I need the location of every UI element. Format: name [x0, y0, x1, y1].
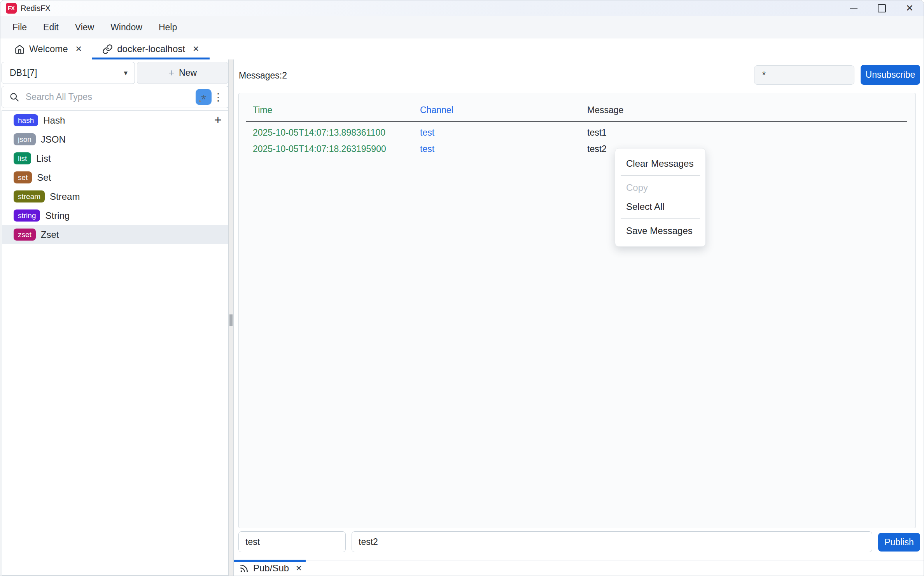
search-box: * ⋮ — [2, 86, 229, 108]
tab-pubsub-close-icon[interactable]: ✕ — [296, 564, 302, 573]
home-icon — [14, 44, 25, 54]
link-icon — [102, 44, 113, 54]
tab-welcome-close-icon[interactable]: ✕ — [75, 44, 82, 54]
app-window: FX RedisFX ✕ File Edit View Window Help … — [0, 0, 924, 576]
menu-divider — [621, 175, 700, 176]
connection-tab-bar: Welcome ✕ docker-localhost ✕ — [0, 38, 924, 60]
rss-icon — [239, 564, 249, 573]
type-label: Stream — [50, 191, 80, 202]
type-label: List — [36, 153, 51, 164]
key-type-list: + hash Hash json JSON list List set Set … — [2, 110, 229, 576]
database-selector-value: DB1[7] — [10, 68, 124, 78]
tab-docker-localhost[interactable]: docker-localhost ✕ — [92, 38, 209, 59]
menu-bar: File Edit View Window Help — [0, 16, 924, 39]
tab-welcome[interactable]: Welcome ✕ — [4, 38, 92, 59]
menu-file[interactable]: File — [4, 22, 35, 33]
cell-channel: test — [420, 124, 434, 141]
type-label: Zset — [41, 229, 59, 240]
type-row-stream[interactable]: stream Stream — [2, 187, 229, 206]
type-row-zset[interactable]: zset Zset — [2, 225, 229, 244]
menu-window[interactable]: Window — [102, 22, 150, 33]
active-bottom-tab-indicator — [234, 560, 306, 562]
menu-divider — [621, 218, 700, 219]
stream-badge: stream — [14, 190, 45, 202]
window-controls: ✕ — [845, 0, 918, 16]
sidebar-splitter[interactable] — [228, 59, 234, 576]
close-button[interactable]: ✕ — [901, 1, 918, 15]
plus-icon: + — [168, 67, 174, 79]
menu-item-clear-messages[interactable]: Clear Messages — [615, 154, 705, 173]
context-menu: Clear Messages Copy Select All Save Mess… — [615, 148, 706, 247]
publish-button[interactable]: Publish — [878, 533, 920, 552]
minimize-icon — [850, 8, 858, 9]
publish-message-input[interactable] — [352, 531, 872, 552]
type-label: JSON — [41, 134, 66, 145]
chevron-down-icon: ▾ — [124, 68, 128, 77]
cell-time: 2025-10-05T14:07:18.263195900 — [253, 141, 386, 157]
search-options-button[interactable]: ⋮ — [212, 89, 225, 106]
title-bar: FX RedisFX ✕ — [0, 0, 924, 16]
messages-count-label: Messages:2 — [239, 70, 287, 81]
menu-help[interactable]: Help — [150, 22, 185, 33]
messages-table: Time Channel Message 2025-10-05T14:07:13… — [238, 93, 916, 528]
subscribe-pattern-input[interactable] — [754, 65, 854, 85]
type-row-list[interactable]: list List — [2, 149, 229, 168]
type-label: Hash — [43, 115, 65, 126]
tab-docker-localhost-close-icon[interactable]: ✕ — [192, 44, 200, 54]
json-badge: json — [14, 133, 36, 145]
tab-docker-localhost-label: docker-localhost — [117, 44, 185, 54]
bottom-tab-bar: Pub/Sub ✕ — [234, 560, 924, 576]
publish-channel-input[interactable] — [238, 531, 346, 552]
type-row-set[interactable]: set Set — [2, 168, 229, 187]
wildcard-toggle-button[interactable]: * — [196, 89, 212, 105]
tab-pubsub-label: Pub/Sub — [253, 563, 289, 574]
column-header-channel[interactable]: Channel — [420, 105, 453, 115]
menu-item-save-messages[interactable]: Save Messages — [615, 221, 705, 240]
cell-channel: test — [420, 141, 434, 157]
unsubscribe-button[interactable]: Unsubscribe — [861, 65, 920, 85]
app-logo-icon: FX — [6, 3, 17, 14]
add-key-icon[interactable]: + — [214, 112, 222, 128]
new-key-button-label: New — [179, 68, 197, 78]
type-label: String — [45, 210, 70, 221]
column-header-time[interactable]: Time — [253, 105, 272, 115]
menu-edit[interactable]: Edit — [35, 22, 67, 33]
search-icon — [9, 92, 19, 102]
new-key-button[interactable]: + New — [137, 62, 228, 84]
type-row-json[interactable]: json JSON — [2, 130, 229, 149]
close-icon: ✕ — [906, 3, 914, 13]
menu-item-copy: Copy — [615, 178, 705, 197]
table-header-separator — [246, 121, 907, 122]
cell-message: test1 — [587, 124, 607, 141]
maximize-button[interactable] — [873, 1, 890, 15]
type-row-string[interactable]: string String — [2, 206, 229, 225]
menu-item-select-all[interactable]: Select All — [615, 197, 705, 216]
string-badge: string — [14, 209, 40, 222]
splitter-grabber[interactable] — [229, 314, 233, 326]
cell-message: test2 — [587, 141, 607, 157]
zset-badge: zset — [14, 229, 36, 241]
sidebar: DB1[7] ▾ + New * ⋮ + hash Hash json JSON — [0, 59, 228, 576]
search-input[interactable] — [25, 91, 196, 103]
pubsub-panel: Messages:2 Unsubscribe Time Channel Mess… — [234, 59, 924, 576]
set-badge: set — [14, 171, 32, 183]
database-selector[interactable]: DB1[7] ▾ — [2, 62, 135, 84]
wildcard-icon: * — [201, 92, 206, 107]
type-row-hash[interactable]: hash Hash — [2, 111, 229, 130]
tab-pubsub[interactable]: Pub/Sub ✕ — [239, 563, 302, 574]
cell-time: 2025-10-05T14:07:13.898361100 — [253, 124, 385, 141]
menu-view[interactable]: View — [67, 22, 102, 33]
window-title: RedisFX — [21, 4, 51, 13]
tab-welcome-label: Welcome — [29, 44, 68, 54]
column-header-message[interactable]: Message — [587, 105, 623, 115]
minimize-button[interactable] — [845, 1, 862, 15]
list-badge: list — [14, 152, 31, 164]
type-label: Set — [37, 172, 51, 183]
hash-badge: hash — [14, 114, 38, 126]
maximize-icon — [878, 4, 886, 12]
